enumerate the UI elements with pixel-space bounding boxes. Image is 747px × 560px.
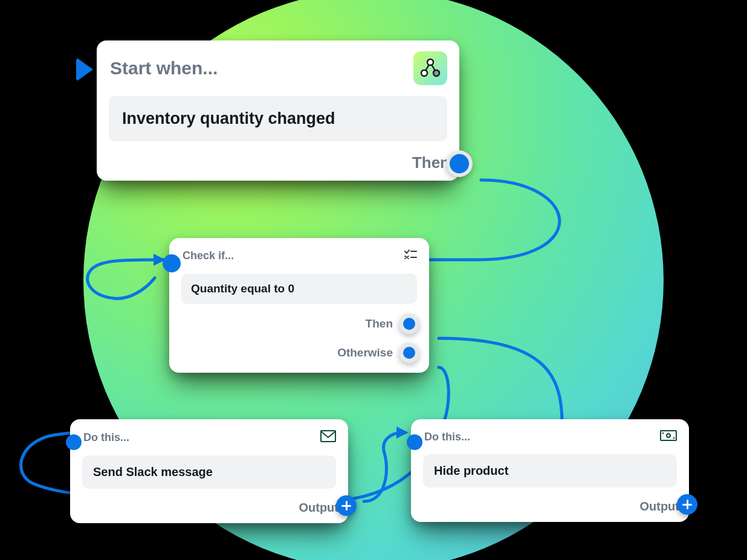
play-icon [76, 57, 93, 82]
action-card-hide[interactable]: Do this... Hide product Output [411, 419, 689, 522]
condition-card[interactable]: Check if... Quantity equal to 0 Then Oth… [169, 238, 429, 373]
action-hide-input-port[interactable] [401, 429, 428, 455]
action-hide-heading: Do this... [424, 431, 470, 443]
envelope-icon [320, 430, 336, 445]
action-slack-heading: Do this... [83, 431, 129, 444]
svg-rect-9 [661, 431, 676, 440]
condition-input-port[interactable] [158, 250, 185, 277]
trigger-event-pill[interactable]: Inventory quantity changed [109, 96, 447, 141]
action-slack-pill[interactable]: Send Slack message [82, 455, 336, 489]
condition-then-label: Then [366, 317, 393, 330]
action-card-slack[interactable]: Do this... Send Slack message Output [70, 419, 348, 523]
condition-heading: Check if... [183, 249, 234, 262]
action-hide-pill[interactable]: Hide product [423, 454, 677, 488]
action-hide-output-label: Output [639, 500, 679, 513]
condition-then-port[interactable] [399, 314, 419, 334]
action-hide-add-output[interactable] [677, 494, 697, 515]
action-slack-input-port[interactable] [60, 429, 87, 455]
trigger-card[interactable]: Start when... Inventory quantity changed… [97, 40, 459, 181]
condition-expression-pill[interactable]: Quantity equal to 0 [181, 274, 417, 304]
checklist-icon [404, 249, 417, 263]
action-slack-add-output[interactable] [336, 495, 357, 516]
svg-point-10 [667, 434, 670, 437]
condition-otherwise-label: Otherwise [337, 346, 393, 359]
svg-point-4 [421, 70, 427, 76]
svg-point-3 [427, 59, 433, 65]
svg-point-5 [433, 70, 439, 76]
svg-point-12 [674, 438, 674, 439]
cash-icon [660, 430, 677, 443]
condition-otherwise-port[interactable] [399, 343, 419, 363]
trigger-then-label: Then [412, 153, 450, 172]
trigger-output-port[interactable] [446, 150, 473, 177]
trigger-heading: Start when... [110, 58, 218, 79]
flow-app-icon [413, 51, 447, 85]
svg-point-11 [663, 433, 664, 434]
action-slack-output-label: Output [299, 501, 338, 515]
